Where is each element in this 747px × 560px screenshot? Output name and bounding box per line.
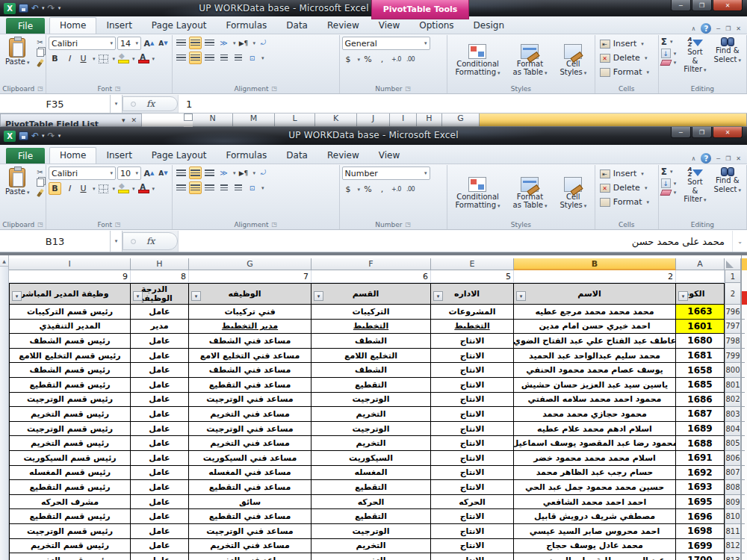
cell-job[interactable]: فني تركيبات xyxy=(189,305,311,320)
insert-cells-button[interactable]: ⇤Insert▾ xyxy=(598,37,656,51)
delete-cells-button[interactable]: ✕Delete▾ xyxy=(598,181,656,195)
close-icon[interactable]: ✕ xyxy=(131,116,137,124)
collapse-ribbon-icon[interactable]: ∧ xyxy=(691,25,695,32)
formula-bar-handle[interactable] xyxy=(131,239,136,244)
cell-job[interactable]: مساعد فني المغسله xyxy=(189,466,311,481)
cell-name[interactable]: عبد الرحمن طلبة صابر السيد حسن xyxy=(514,553,676,560)
cell-code[interactable]: 1699 xyxy=(676,539,725,554)
cell-admin[interactable]: الانتاج xyxy=(431,509,514,524)
cell-section[interactable]: التخطيط xyxy=(311,320,431,335)
cell-admin[interactable]: الانتاج xyxy=(431,466,514,481)
bg-column-header-G[interactable]: G xyxy=(442,113,480,127)
underline-button[interactable]: U xyxy=(77,52,90,65)
underline-button[interactable]: U xyxy=(77,182,90,195)
align-left-button[interactable] xyxy=(175,52,187,64)
header-cell-code[interactable]: ▾الكود xyxy=(676,283,725,305)
cell-name[interactable]: احمد احمد محمد الشافعي xyxy=(514,495,676,510)
cell-manager[interactable]: رئيس قسم المغسله xyxy=(9,466,131,481)
chevron-down-icon[interactable]: ▾ xyxy=(261,55,264,61)
cell-name[interactable]: حسين محمد محمود جمل عبد الحي xyxy=(514,480,676,495)
fill-color-button[interactable] xyxy=(117,52,129,65)
autosum-button[interactable]: Σ▾ xyxy=(661,167,677,177)
decrease-indent-button[interactable] xyxy=(217,181,230,194)
insert-function-icon[interactable]: fx xyxy=(146,236,155,246)
chevron-down-icon[interactable]: ▾ xyxy=(113,186,116,192)
bold-button[interactable]: B xyxy=(49,52,61,65)
header-cell-admin[interactable]: ▾الاداره xyxy=(431,283,514,305)
fill-color-button[interactable] xyxy=(117,182,129,195)
merge-center-button[interactable]: ⊡ xyxy=(246,181,258,194)
cell-F1[interactable]: 6 xyxy=(311,270,431,283)
accounting-format-button[interactable]: $ xyxy=(342,53,355,66)
dialog-launcher-icon[interactable]: ◳ xyxy=(406,85,412,92)
cell-admin[interactable]: الانتاج xyxy=(431,378,514,393)
cell-grade[interactable]: عامل xyxy=(131,436,189,451)
cell-admin[interactable]: الانتاج xyxy=(431,407,514,422)
cell-section[interactable]: التركيبات xyxy=(311,305,431,320)
cell-admin[interactable]: الانتاج xyxy=(431,524,514,539)
font-size-combo[interactable]: 10▾ xyxy=(117,167,141,180)
select-all-corner[interactable] xyxy=(725,258,741,270)
merge-center-button[interactable]: ⊡ xyxy=(246,52,258,64)
cell-job[interactable]: مساعد فني التخريم xyxy=(189,539,311,554)
wrap-text-button[interactable]: ⤾ xyxy=(257,37,270,49)
tab-file[interactable]: File xyxy=(6,18,45,34)
row-number[interactable]: 807 xyxy=(725,466,741,481)
font-name-combo[interactable]: Calibri▾ xyxy=(49,167,116,180)
top-align-button[interactable] xyxy=(175,37,187,49)
chevron-down-icon[interactable]: ▾ xyxy=(93,56,96,62)
tab-page-layout[interactable]: Page Layout xyxy=(142,18,217,34)
cell-admin[interactable]: الانتاج xyxy=(431,480,514,495)
row-number[interactable]: 803 xyxy=(725,407,741,422)
bg-column-header-M[interactable]: M xyxy=(233,113,275,127)
cell-name[interactable]: محمد محمد محمد مرجع عطيه xyxy=(514,305,676,320)
tab-review[interactable]: Review xyxy=(317,148,369,164)
header-cell-manager[interactable]: ▾وظيفة المدير المباشر xyxy=(9,283,131,305)
bottom-align-button[interactable] xyxy=(203,37,216,49)
filter-button[interactable]: ▾ xyxy=(191,291,201,301)
row-number[interactable]: 796 xyxy=(725,305,741,320)
autosum-button[interactable]: Σ▾ xyxy=(661,37,677,47)
pivottable-field-list-pane[interactable]: PivotTable Field List ▾✕ xyxy=(0,113,142,127)
cell-code[interactable]: 1696 xyxy=(676,509,725,524)
cell-admin[interactable]: الانتاج xyxy=(431,539,514,554)
cell-job[interactable]: مساعد فني الوترجيت xyxy=(189,393,311,408)
cell-job[interactable]: مدير التخطيط xyxy=(189,320,311,335)
tab-home[interactable]: Home xyxy=(49,147,96,164)
column-header-H[interactable]: H xyxy=(131,258,189,270)
cell-section[interactable]: الشطف xyxy=(311,363,431,378)
help-icon[interactable]: ? xyxy=(701,153,711,164)
header-cell-job[interactable]: ▾الوظيفه xyxy=(189,283,311,305)
cell-section[interactable]: الشطف xyxy=(311,334,431,349)
cell-admin[interactable]: الانتاج xyxy=(431,349,514,364)
cell-job[interactable]: مساعد فني الوترجيت xyxy=(189,422,311,437)
bg-column-header-N[interactable]: N xyxy=(193,113,233,127)
tab-design[interactable]: Design xyxy=(464,18,514,34)
formula-input[interactable]: 1 xyxy=(178,95,747,113)
cell-section[interactable]: السيكوريت xyxy=(311,451,431,466)
fill-button[interactable]: ↓▾ xyxy=(661,178,677,188)
cell-manager[interactable]: رئيس قسم التقطيع xyxy=(9,509,131,524)
cell-code[interactable]: 1693 xyxy=(676,480,725,495)
column-header-F[interactable]: F xyxy=(311,258,431,270)
cell-grade[interactable]: عامل xyxy=(131,393,189,408)
cell-job[interactable]: مساعد فني التخريم xyxy=(189,553,311,560)
dialog-launcher-icon[interactable]: ◳ xyxy=(272,85,278,92)
cell-name[interactable]: يوسف عصام محمد محمود الحنفي xyxy=(514,363,676,378)
row-number[interactable]: 806 xyxy=(725,451,741,466)
chevron-down-icon[interactable]: ▾ xyxy=(261,185,264,191)
row-number[interactable]: 804 xyxy=(725,422,741,437)
percent-style-button[interactable]: % xyxy=(362,183,374,196)
conditional-formatting-button[interactable]: Conditional Formatting▾ xyxy=(452,176,503,211)
italic-button[interactable]: I xyxy=(63,52,75,65)
cell-manager[interactable]: رئيس قسم التخريم xyxy=(9,407,131,422)
tab-insert[interactable]: Insert xyxy=(96,148,141,164)
header-cell-section[interactable]: ▾القسم xyxy=(311,283,431,305)
cell-grade[interactable]: عامل xyxy=(131,495,189,510)
cell-grade[interactable]: عامل xyxy=(131,553,189,560)
workbook-minimize-icon[interactable]: ─ xyxy=(716,155,720,162)
header-cell-name[interactable]: ▾الاسم xyxy=(514,283,676,305)
grow-font-button[interactable]: A▲ xyxy=(143,167,155,180)
find-select-button[interactable]: Find & Select▾ xyxy=(711,167,744,194)
find-select-button[interactable]: Find & Select▾ xyxy=(711,37,744,64)
